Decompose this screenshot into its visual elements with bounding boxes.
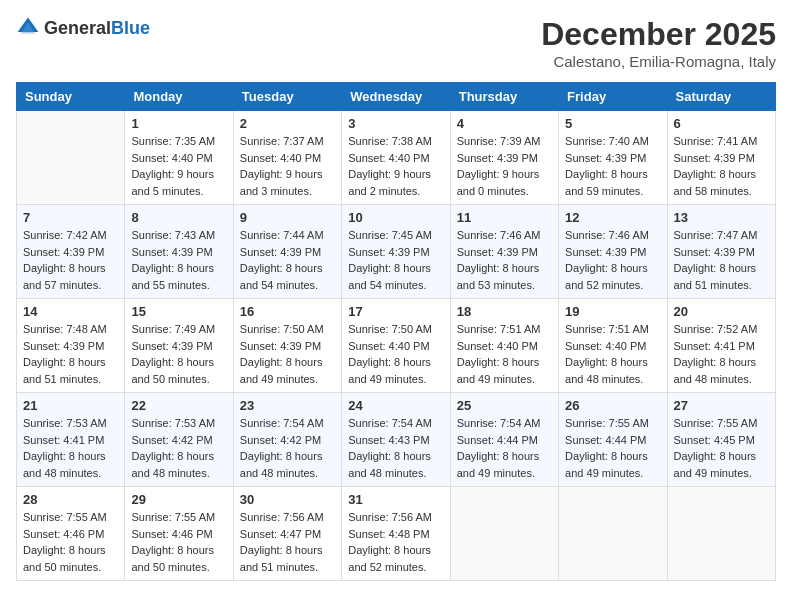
day-of-week-header: Saturday	[667, 83, 775, 111]
calendar-cell: 4Sunrise: 7:39 AM Sunset: 4:39 PM Daylig…	[450, 111, 558, 205]
calendar-cell: 21Sunrise: 7:53 AM Sunset: 4:41 PM Dayli…	[17, 393, 125, 487]
day-info: Sunrise: 7:42 AM Sunset: 4:39 PM Dayligh…	[23, 227, 118, 293]
day-of-week-header: Wednesday	[342, 83, 450, 111]
calendar-week-row: 1Sunrise: 7:35 AM Sunset: 4:40 PM Daylig…	[17, 111, 776, 205]
calendar-cell: 24Sunrise: 7:54 AM Sunset: 4:43 PM Dayli…	[342, 393, 450, 487]
day-number: 22	[131, 398, 226, 413]
location-title: Calestano, Emilia-Romagna, Italy	[541, 53, 776, 70]
day-number: 6	[674, 116, 769, 131]
day-number: 10	[348, 210, 443, 225]
day-info: Sunrise: 7:45 AM Sunset: 4:39 PM Dayligh…	[348, 227, 443, 293]
calendar-cell: 28Sunrise: 7:55 AM Sunset: 4:46 PM Dayli…	[17, 487, 125, 581]
day-number: 24	[348, 398, 443, 413]
day-info: Sunrise: 7:55 AM Sunset: 4:45 PM Dayligh…	[674, 415, 769, 481]
day-info: Sunrise: 7:53 AM Sunset: 4:41 PM Dayligh…	[23, 415, 118, 481]
calendar-cell	[450, 487, 558, 581]
day-info: Sunrise: 7:56 AM Sunset: 4:47 PM Dayligh…	[240, 509, 335, 575]
day-info: Sunrise: 7:40 AM Sunset: 4:39 PM Dayligh…	[565, 133, 660, 199]
day-number: 9	[240, 210, 335, 225]
calendar-week-row: 7Sunrise: 7:42 AM Sunset: 4:39 PM Daylig…	[17, 205, 776, 299]
day-info: Sunrise: 7:35 AM Sunset: 4:40 PM Dayligh…	[131, 133, 226, 199]
calendar-cell: 7Sunrise: 7:42 AM Sunset: 4:39 PM Daylig…	[17, 205, 125, 299]
day-number: 5	[565, 116, 660, 131]
calendar-cell: 26Sunrise: 7:55 AM Sunset: 4:44 PM Dayli…	[559, 393, 667, 487]
calendar-cell: 29Sunrise: 7:55 AM Sunset: 4:46 PM Dayli…	[125, 487, 233, 581]
day-number: 15	[131, 304, 226, 319]
calendar-cell: 9Sunrise: 7:44 AM Sunset: 4:39 PM Daylig…	[233, 205, 341, 299]
logo-icon	[16, 16, 40, 40]
day-info: Sunrise: 7:46 AM Sunset: 4:39 PM Dayligh…	[565, 227, 660, 293]
day-number: 7	[23, 210, 118, 225]
day-number: 21	[23, 398, 118, 413]
logo: GeneralBlue	[16, 16, 150, 40]
calendar-cell: 13Sunrise: 7:47 AM Sunset: 4:39 PM Dayli…	[667, 205, 775, 299]
calendar-cell: 19Sunrise: 7:51 AM Sunset: 4:40 PM Dayli…	[559, 299, 667, 393]
calendar-cell: 30Sunrise: 7:56 AM Sunset: 4:47 PM Dayli…	[233, 487, 341, 581]
day-info: Sunrise: 7:44 AM Sunset: 4:39 PM Dayligh…	[240, 227, 335, 293]
day-info: Sunrise: 7:50 AM Sunset: 4:39 PM Dayligh…	[240, 321, 335, 387]
day-info: Sunrise: 7:51 AM Sunset: 4:40 PM Dayligh…	[565, 321, 660, 387]
logo-text-blue: Blue	[111, 18, 150, 38]
day-number: 1	[131, 116, 226, 131]
calendar-cell: 5Sunrise: 7:40 AM Sunset: 4:39 PM Daylig…	[559, 111, 667, 205]
calendar-cell: 14Sunrise: 7:48 AM Sunset: 4:39 PM Dayli…	[17, 299, 125, 393]
day-info: Sunrise: 7:55 AM Sunset: 4:46 PM Dayligh…	[23, 509, 118, 575]
day-info: Sunrise: 7:39 AM Sunset: 4:39 PM Dayligh…	[457, 133, 552, 199]
day-of-week-header: Monday	[125, 83, 233, 111]
calendar-cell: 6Sunrise: 7:41 AM Sunset: 4:39 PM Daylig…	[667, 111, 775, 205]
day-number: 8	[131, 210, 226, 225]
calendar-cell: 25Sunrise: 7:54 AM Sunset: 4:44 PM Dayli…	[450, 393, 558, 487]
day-of-week-header: Tuesday	[233, 83, 341, 111]
calendar-week-row: 21Sunrise: 7:53 AM Sunset: 4:41 PM Dayli…	[17, 393, 776, 487]
calendar-cell	[17, 111, 125, 205]
calendar-week-row: 28Sunrise: 7:55 AM Sunset: 4:46 PM Dayli…	[17, 487, 776, 581]
day-number: 28	[23, 492, 118, 507]
calendar-cell	[667, 487, 775, 581]
day-info: Sunrise: 7:53 AM Sunset: 4:42 PM Dayligh…	[131, 415, 226, 481]
day-info: Sunrise: 7:37 AM Sunset: 4:40 PM Dayligh…	[240, 133, 335, 199]
calendar-cell: 2Sunrise: 7:37 AM Sunset: 4:40 PM Daylig…	[233, 111, 341, 205]
day-of-week-header: Friday	[559, 83, 667, 111]
calendar-cell: 10Sunrise: 7:45 AM Sunset: 4:39 PM Dayli…	[342, 205, 450, 299]
day-info: Sunrise: 7:54 AM Sunset: 4:44 PM Dayligh…	[457, 415, 552, 481]
calendar-cell: 22Sunrise: 7:53 AM Sunset: 4:42 PM Dayli…	[125, 393, 233, 487]
calendar-cell: 8Sunrise: 7:43 AM Sunset: 4:39 PM Daylig…	[125, 205, 233, 299]
day-number: 3	[348, 116, 443, 131]
calendar-cell: 15Sunrise: 7:49 AM Sunset: 4:39 PM Dayli…	[125, 299, 233, 393]
day-number: 30	[240, 492, 335, 507]
month-title: December 2025	[541, 16, 776, 53]
calendar-cell: 23Sunrise: 7:54 AM Sunset: 4:42 PM Dayli…	[233, 393, 341, 487]
calendar-cell: 12Sunrise: 7:46 AM Sunset: 4:39 PM Dayli…	[559, 205, 667, 299]
calendar-header-row: SundayMondayTuesdayWednesdayThursdayFrid…	[17, 83, 776, 111]
day-number: 29	[131, 492, 226, 507]
day-number: 26	[565, 398, 660, 413]
day-info: Sunrise: 7:48 AM Sunset: 4:39 PM Dayligh…	[23, 321, 118, 387]
day-number: 27	[674, 398, 769, 413]
day-number: 25	[457, 398, 552, 413]
calendar-cell: 18Sunrise: 7:51 AM Sunset: 4:40 PM Dayli…	[450, 299, 558, 393]
calendar-cell: 31Sunrise: 7:56 AM Sunset: 4:48 PM Dayli…	[342, 487, 450, 581]
calendar-cell: 3Sunrise: 7:38 AM Sunset: 4:40 PM Daylig…	[342, 111, 450, 205]
day-number: 2	[240, 116, 335, 131]
day-number: 16	[240, 304, 335, 319]
calendar-cell: 20Sunrise: 7:52 AM Sunset: 4:41 PM Dayli…	[667, 299, 775, 393]
day-info: Sunrise: 7:54 AM Sunset: 4:43 PM Dayligh…	[348, 415, 443, 481]
day-of-week-header: Thursday	[450, 83, 558, 111]
day-number: 14	[23, 304, 118, 319]
calendar-cell: 17Sunrise: 7:50 AM Sunset: 4:40 PM Dayli…	[342, 299, 450, 393]
day-info: Sunrise: 7:38 AM Sunset: 4:40 PM Dayligh…	[348, 133, 443, 199]
day-info: Sunrise: 7:43 AM Sunset: 4:39 PM Dayligh…	[131, 227, 226, 293]
day-info: Sunrise: 7:55 AM Sunset: 4:46 PM Dayligh…	[131, 509, 226, 575]
day-number: 20	[674, 304, 769, 319]
day-number: 19	[565, 304, 660, 319]
day-info: Sunrise: 7:47 AM Sunset: 4:39 PM Dayligh…	[674, 227, 769, 293]
day-info: Sunrise: 7:51 AM Sunset: 4:40 PM Dayligh…	[457, 321, 552, 387]
calendar-cell	[559, 487, 667, 581]
day-number: 31	[348, 492, 443, 507]
day-of-week-header: Sunday	[17, 83, 125, 111]
day-info: Sunrise: 7:41 AM Sunset: 4:39 PM Dayligh…	[674, 133, 769, 199]
page-header: GeneralBlue December 2025 Calestano, Emi…	[16, 16, 776, 70]
calendar-cell: 11Sunrise: 7:46 AM Sunset: 4:39 PM Dayli…	[450, 205, 558, 299]
day-info: Sunrise: 7:56 AM Sunset: 4:48 PM Dayligh…	[348, 509, 443, 575]
day-number: 23	[240, 398, 335, 413]
